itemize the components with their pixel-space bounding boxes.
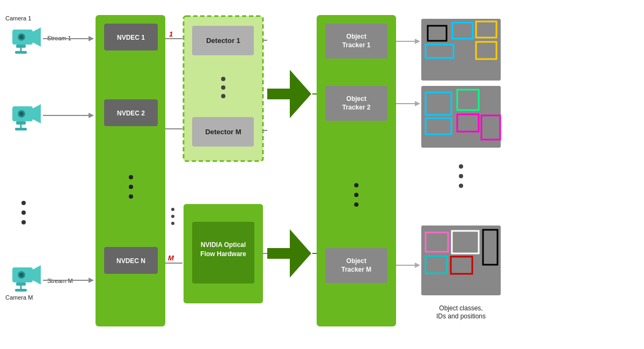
det-dot2 — [221, 85, 225, 90]
trackerm-label-line1: Object — [346, 257, 366, 265]
output-footer-line1: Object classes, — [439, 304, 482, 312]
svg-point-17 — [19, 273, 24, 277]
nvdec2-label: NVDEC 2 — [117, 110, 145, 117]
big-arrow-kth — [267, 70, 311, 118]
big-arrow-frame — [267, 229, 311, 278]
nvdec-dot2 — [129, 185, 133, 189]
svg-rect-6 — [15, 51, 27, 54]
arrow-tracker2-out-head — [415, 101, 420, 106]
tracker-dot3 — [354, 202, 358, 207]
camera-icon-1 — [12, 27, 41, 54]
svg-marker-15 — [33, 265, 41, 285]
output-panel-1 — [421, 19, 501, 81]
tracker2-label-line1: Object — [346, 95, 366, 103]
nvdec-dot1 — [129, 175, 133, 179]
nvdec-green-block — [96, 15, 165, 326]
tracker2-label-line2: Tracker 2 — [342, 104, 371, 111]
tracker1-label-line1: Object — [346, 33, 366, 40]
svg-rect-11 — [16, 121, 26, 125]
output-panel-2 — [421, 86, 501, 148]
trackerm-label-line2: Tracker M — [341, 266, 371, 273]
out-dot1 — [459, 164, 463, 169]
camera-1-label: Camera 1 — [5, 15, 31, 21]
svg-marker-8 — [33, 104, 41, 123]
optical-label-line1: NVIDIA Optical — [201, 241, 246, 249]
arrow-stream2-head — [89, 113, 94, 118]
nvdec-dot3 — [129, 194, 133, 199]
dot-cameras-2 — [21, 210, 26, 215]
arrow-trackerm-out-head — [415, 263, 420, 268]
label-1-top: 1 — [169, 30, 173, 38]
svg-rect-4 — [16, 45, 26, 48]
tracker-dot2 — [354, 193, 358, 197]
output-panel-3 — [421, 226, 501, 295]
det-dot1 — [221, 77, 225, 81]
arrow-tracker1-out-head — [415, 39, 420, 44]
mid-dot3 — [171, 222, 174, 225]
nvdec1-label: NVDEC 1 — [117, 34, 145, 41]
out-dot2 — [459, 174, 463, 178]
arrow-streamm-head — [89, 278, 94, 283]
optical-label-line2: Flow Hardware — [200, 250, 246, 258]
detector1-label: Detector 1 — [206, 37, 240, 45]
arrow-stream1-head — [89, 36, 94, 41]
label-m-bot: M — [168, 254, 174, 262]
output-footer-line2: IDs and positions — [436, 312, 486, 320]
svg-marker-1 — [33, 27, 41, 47]
mid-dot1 — [171, 208, 174, 211]
diagram-svg: Camera 1 Camera M Stream 1 Stre — [0, 0, 644, 349]
mid-dot2 — [171, 215, 174, 218]
camera-icon-2 — [12, 104, 41, 130]
dot-cameras-3 — [21, 220, 26, 224]
detectorm-label: Detector M — [205, 128, 241, 136]
camera-icon-m — [12, 265, 41, 292]
dot-cameras-1 — [21, 201, 26, 205]
tracker1-label-line2: Tracker 1 — [342, 41, 371, 49]
det-dot3 — [221, 94, 225, 98]
out-dot3 — [459, 184, 463, 188]
svg-rect-18 — [16, 282, 26, 286]
svg-point-10 — [19, 112, 24, 116]
svg-point-3 — [19, 35, 24, 39]
svg-rect-13 — [15, 128, 27, 130]
tracker-dot1 — [354, 183, 358, 187]
svg-rect-20 — [15, 289, 27, 292]
nvdecn-label: NVDEC N — [116, 257, 145, 265]
camera-m-label: Camera M — [5, 294, 33, 301]
